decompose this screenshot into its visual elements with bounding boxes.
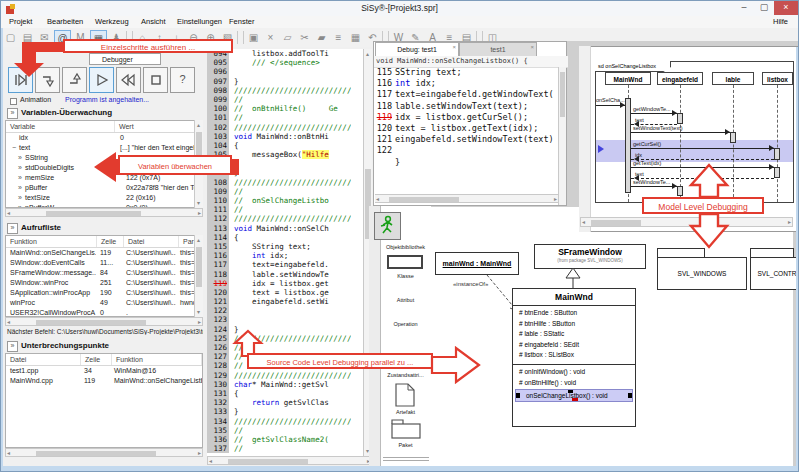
package-tool-icon[interactable] bbox=[391, 418, 421, 440]
line-number[interactable]: 096 bbox=[207, 67, 229, 76]
object-library-button[interactable] bbox=[374, 212, 401, 240]
menu-werkzeug[interactable]: Werkzeug bbox=[95, 17, 129, 26]
line-number[interactable]: 135 bbox=[207, 426, 229, 435]
palette-item-zustandsattribut[interactable]: Zustandsattri... bbox=[380, 372, 431, 378]
expander-icon[interactable]: » bbox=[18, 193, 25, 203]
column-header[interactable]: Zeile bbox=[97, 236, 124, 247]
collapse-icon[interactable]: » bbox=[7, 341, 18, 352]
watch-hscrollbar[interactable]: ◂▸ bbox=[5, 208, 203, 217]
line-number[interactable]: 126 bbox=[207, 343, 229, 352]
new-document-icon[interactable]: ▢ bbox=[3, 30, 18, 45]
calls-vscrollbar[interactable]: ▴▾ bbox=[194, 235, 203, 317]
line-number[interactable]: 122 bbox=[207, 306, 229, 315]
collapse-icon[interactable]: » bbox=[7, 223, 18, 234]
palette-collapse-handle[interactable] bbox=[383, 457, 429, 461]
line-number[interactable]: 136 bbox=[207, 435, 229, 444]
class-attribute[interactable]: # listbox : SListBox bbox=[513, 350, 635, 361]
list-icon[interactable]: ≡ bbox=[331, 30, 346, 45]
lifeline-listbox[interactable]: listbox bbox=[762, 72, 793, 85]
line-number[interactable]: 113 bbox=[207, 224, 229, 233]
breakpoint-row[interactable]: MainWnd.cpp 119 MainWnd::onSelChangeList… bbox=[6, 376, 202, 386]
line-number[interactable]: 117 bbox=[374, 89, 395, 100]
breakpoint-row[interactable]: test1.cpp 34 WinMain@16 bbox=[6, 366, 202, 376]
line-number[interactable]: 108 bbox=[207, 178, 229, 187]
line-number[interactable]: 098 bbox=[207, 86, 229, 95]
column-header[interactable]: Funktion bbox=[112, 354, 202, 365]
menu-bearbeiten[interactable]: Bearbeiten bbox=[47, 17, 83, 26]
line-number[interactable]: 132 bbox=[207, 398, 229, 407]
palette-item-paket[interactable]: Paket bbox=[380, 442, 431, 448]
breakpoints-table[interactable]: Datei Zeile Funktion test1.cpp 34 WinMai… bbox=[5, 353, 203, 448]
animation-checkbox[interactable] bbox=[10, 98, 17, 105]
selection-handle[interactable] bbox=[568, 389, 573, 393]
line-number[interactable]: 117 bbox=[207, 260, 229, 269]
restart-button[interactable] bbox=[116, 67, 141, 93]
expander-icon[interactable]: » bbox=[18, 153, 25, 163]
calls-header[interactable]: Funktion Zeile Datei Para bbox=[6, 236, 202, 248]
expander-icon[interactable]: » bbox=[18, 183, 25, 193]
line-number[interactable]: 122 bbox=[374, 145, 395, 156]
line-number[interactable]: 112 bbox=[207, 214, 229, 223]
step-out-button[interactable] bbox=[62, 67, 87, 93]
line-number[interactable]: 095 bbox=[207, 58, 229, 67]
maximize-button[interactable]: ▢ bbox=[754, 1, 774, 14]
code-editor[interactable]: 094 listbox.addToolTi 095 /// </sequence… bbox=[207, 49, 363, 456]
package-svl-windows[interactable]: SVL_WINDOWS bbox=[657, 257, 747, 290]
help-button[interactable]: ? bbox=[170, 67, 195, 93]
class-box-sframewindow[interactable]: SFrameWindow (from package SVL_WINDOWS) bbox=[534, 244, 646, 269]
menu-einstellungen[interactable]: Einstellungen bbox=[177, 17, 222, 26]
line-number[interactable]: 103 bbox=[207, 132, 229, 141]
close-icon[interactable]: × bbox=[530, 43, 534, 51]
line-number[interactable]: 115 bbox=[374, 67, 395, 78]
line-number[interactable]: 097 bbox=[207, 77, 229, 86]
breakpoints-header[interactable]: Datei Zeile Funktion bbox=[6, 354, 202, 366]
paste-icon[interactable]: ▰ bbox=[314, 30, 329, 45]
tab-debug-test1[interactable]: Debug: test1× bbox=[375, 42, 459, 57]
class-box-mainwnd[interactable]: MainWnd # btnEnde : SButton# btnHilfe : … bbox=[512, 288, 636, 427]
activation-listbox2[interactable] bbox=[774, 167, 780, 178]
calls-hscrollbar[interactable]: ◂▸ bbox=[5, 317, 203, 326]
lifeline-mainwnd[interactable]: MainWnd bbox=[605, 72, 651, 85]
class-operation[interactable]: # onInitWindow() : void bbox=[513, 367, 635, 378]
line-number[interactable]: 115 bbox=[207, 242, 229, 251]
activation-eingabefeld2[interactable] bbox=[677, 186, 683, 196]
sequence-left-toolbar[interactable] bbox=[579, 46, 591, 232]
call-row[interactable]: SFrameWindow::message... 84 C:\Users\huw… bbox=[6, 268, 202, 278]
new-object-icon[interactable]: ▣ bbox=[246, 30, 261, 45]
copy-icon[interactable]: ▱ bbox=[280, 30, 295, 45]
palette-item-operation[interactable]: Operation bbox=[380, 321, 431, 327]
message-setwindowtext2[interactable] bbox=[631, 186, 677, 187]
call-row[interactable]: MainWnd::onSelChangeLis... 119 C:\Users\… bbox=[6, 248, 202, 258]
object-box-mainwnd[interactable]: mainWnd : MainWnd bbox=[435, 252, 519, 275]
stop-button[interactable] bbox=[143, 67, 168, 93]
close-icon[interactable]: × bbox=[452, 43, 456, 51]
minimize-button[interactable]: – bbox=[734, 1, 754, 14]
line-number[interactable]: 131 bbox=[207, 389, 229, 398]
selected-operation[interactable]: onSelChangeListbox() : void bbox=[515, 389, 633, 402]
run-button[interactable] bbox=[89, 67, 114, 93]
call-row[interactable]: SWindow::winProc 251 C:\Users\huwi\... t… bbox=[6, 278, 202, 288]
selection-handle-active[interactable] bbox=[572, 398, 578, 402]
line-number[interactable]: 119 bbox=[207, 279, 229, 288]
call-row[interactable]: SApplication::winProcApp 190 C:\Users\hu… bbox=[6, 288, 202, 298]
line-number[interactable] bbox=[374, 157, 395, 168]
artifact-tool-icon[interactable] bbox=[395, 383, 415, 407]
palette-item-artefakt[interactable]: Artefakt bbox=[380, 409, 431, 415]
watch-row[interactable]: »textSize 22 (0x16) bbox=[6, 193, 202, 203]
column-header[interactable]: Variable bbox=[6, 121, 115, 132]
line-number[interactable]: 100 bbox=[207, 104, 229, 113]
breakpoints-hscrollbar[interactable]: ◂▸ bbox=[5, 448, 203, 457]
line-number[interactable]: 114 bbox=[207, 233, 229, 242]
column-header[interactable]: Funktion bbox=[6, 236, 97, 247]
cut-icon[interactable]: ✂ bbox=[297, 30, 312, 45]
line-number[interactable]: 125 bbox=[207, 334, 229, 343]
separator[interactable] bbox=[237, 31, 244, 44]
line-number[interactable]: 099 bbox=[207, 95, 229, 104]
debug-code-view[interactable]: 115 SString text; 116 int idx; 117 text=… bbox=[374, 67, 558, 185]
class-attribute[interactable]: # btnHilfe : SButton bbox=[513, 319, 635, 330]
delete-icon[interactable]: × bbox=[263, 30, 278, 45]
class-attribute[interactable]: # eingabefeld : SEdit bbox=[513, 340, 635, 351]
column-header[interactable]: Zeile bbox=[81, 354, 112, 365]
line-number[interactable]: 104 bbox=[207, 141, 229, 150]
line-number[interactable]: 118 bbox=[374, 101, 395, 112]
